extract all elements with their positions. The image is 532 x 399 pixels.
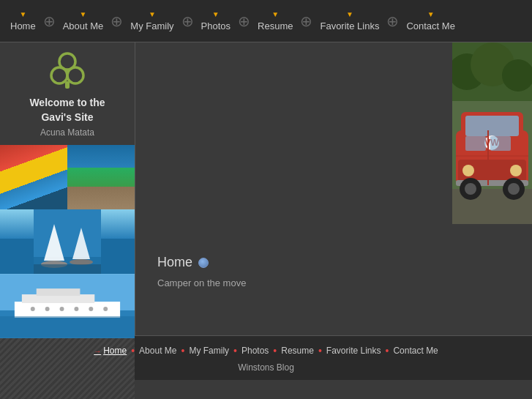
bottom-nav-photos[interactable]: Photos bbox=[241, 346, 269, 356]
bottom-nav-contact-me[interactable]: Contact Me bbox=[393, 346, 438, 356]
top-navigation: ▼ Home ⊕ ▼ About Me ⊕ ▼ My Family ⊕ ▼ Ph… bbox=[0, 0, 532, 42]
svg-rect-43 bbox=[490, 136, 511, 151]
nav-favorite-links-arrow: ▼ bbox=[346, 10, 353, 18]
nav-resume[interactable]: ▼ Resume bbox=[250, 10, 300, 31]
bottom-sep-5: • bbox=[318, 345, 322, 357]
nav-resume-label: Resume bbox=[258, 20, 293, 31]
nav-my-family[interactable]: ▼ My Family bbox=[123, 10, 181, 31]
svg-rect-42 bbox=[465, 136, 486, 151]
nav-home[interactable]: ▼ Home bbox=[0, 10, 43, 31]
home-title-row: Home bbox=[157, 255, 510, 270]
nav-about-me-label: About Me bbox=[63, 20, 104, 31]
bottom-nav-contact-me-label: Contact Me bbox=[393, 346, 438, 356]
nav-contact-me-label: Contact Me bbox=[406, 20, 454, 31]
home-description: Camper on the move bbox=[157, 277, 510, 288]
bottom-sep-1: • bbox=[131, 345, 135, 357]
home-title-text: Home bbox=[157, 255, 192, 270]
svg-rect-10 bbox=[34, 264, 101, 274]
photo-coast bbox=[67, 145, 135, 209]
svg-point-8 bbox=[70, 259, 93, 265]
svg-rect-22 bbox=[0, 316, 135, 338]
svg-point-20 bbox=[89, 307, 93, 311]
bottom-nav-photos-label: Photos bbox=[241, 346, 269, 356]
left-panel: Welcome to the Gavi's Site Acuna Matata bbox=[0, 42, 135, 335]
svg-point-18 bbox=[60, 307, 64, 311]
nav-my-family-label: My Family bbox=[130, 20, 173, 31]
nav-sep-3: ⊕ bbox=[181, 14, 194, 29]
nav-sep-5: ⊕ bbox=[300, 14, 312, 29]
welcome-line1: Welcome to the Gavi's Site bbox=[7, 96, 127, 124]
nav-photos[interactable]: ▼ Photos bbox=[194, 10, 238, 31]
camper-photo: VW bbox=[452, 42, 532, 224]
nav-favorite-links-label: Favorite Links bbox=[320, 20, 379, 31]
bottom-nav-resume-label: Resume bbox=[281, 346, 314, 356]
right-panel: VW bbox=[135, 42, 532, 335]
site-logo bbox=[48, 50, 88, 90]
svg-rect-15 bbox=[37, 288, 80, 296]
svg-point-1 bbox=[51, 67, 67, 83]
nav-sep-1: ⊕ bbox=[43, 14, 56, 29]
nav-sep-4: ⊕ bbox=[238, 14, 250, 29]
bottom-nav-home-arrow: → bbox=[94, 347, 101, 355]
svg-rect-3 bbox=[65, 81, 70, 89]
sidebar-header: Welcome to the Gavi's Site Acuna Matata bbox=[0, 42, 135, 145]
svg-point-36 bbox=[510, 165, 522, 176]
bottom-nav-favorite-links[interactable]: Favorite Links bbox=[326, 346, 381, 356]
photo-cruise bbox=[0, 274, 135, 338]
bottom-sep-3: • bbox=[233, 345, 237, 357]
home-section: Home Camper on the move bbox=[135, 240, 532, 303]
main-content: Welcome to the Gavi's Site Acuna Matata bbox=[0, 42, 532, 335]
nav-about-me[interactable]: ▼ About Me bbox=[56, 10, 111, 31]
svg-point-17 bbox=[45, 307, 50, 311]
nav-sep-6: ⊕ bbox=[386, 14, 399, 29]
bottom-nav-resume[interactable]: Resume bbox=[281, 346, 314, 356]
svg-point-19 bbox=[74, 307, 78, 311]
bottom-sep-2: • bbox=[181, 345, 184, 357]
photo-grid bbox=[0, 145, 135, 399]
nav-resume-arrow: ▼ bbox=[271, 10, 279, 18]
nav-home-arrow: ▼ bbox=[19, 10, 26, 18]
bottom-nav-favorite-links-label: Favorite Links bbox=[326, 346, 381, 356]
nav-contact-me[interactable]: ▼ Contact Me bbox=[399, 10, 462, 31]
nav-photos-arrow: ▼ bbox=[212, 10, 220, 18]
nav-sep-2: ⊕ bbox=[110, 14, 123, 29]
bottom-nav-my-family-label: My Family bbox=[189, 346, 229, 356]
bottom-nav-my-family[interactable]: My Family bbox=[189, 346, 229, 356]
nav-my-family-arrow: ▼ bbox=[149, 10, 156, 18]
nav-about-me-arrow: ▼ bbox=[80, 10, 87, 18]
bottom-sep-6: • bbox=[386, 345, 389, 357]
svg-point-16 bbox=[31, 307, 35, 311]
photo-sailboat bbox=[0, 209, 135, 274]
svg-point-35 bbox=[462, 165, 474, 176]
nav-home-label: Home bbox=[10, 20, 36, 31]
bottom-nav-about-me-label: About Me bbox=[139, 346, 176, 356]
sidebar-subtitle: Acuna Matata bbox=[7, 127, 127, 138]
photo-umbrella bbox=[0, 145, 67, 209]
nav-favorite-links[interactable]: ▼ Favorite Links bbox=[312, 10, 386, 31]
svg-rect-31 bbox=[465, 116, 519, 136]
svg-point-21 bbox=[103, 307, 108, 311]
svg-point-39 bbox=[465, 183, 476, 195]
svg-point-2 bbox=[67, 67, 83, 83]
home-dot-icon bbox=[198, 258, 209, 268]
bottom-nav-home-label: Home bbox=[103, 346, 127, 356]
nav-photos-label: Photos bbox=[201, 20, 231, 31]
svg-point-41 bbox=[508, 183, 520, 195]
nav-contact-me-arrow: ▼ bbox=[427, 10, 435, 18]
bottom-nav-about-me[interactable]: About Me bbox=[139, 346, 176, 356]
bottom-sep-4: • bbox=[273, 345, 277, 357]
bottom-nav-home[interactable]: → Home bbox=[94, 346, 127, 356]
